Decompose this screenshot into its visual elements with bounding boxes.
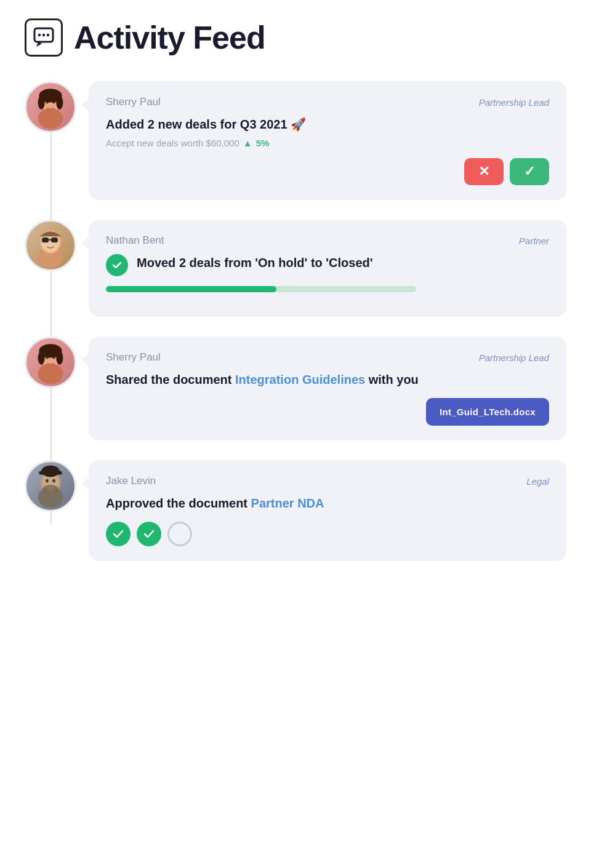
card-body-4: Approved the document Partner NDA <box>106 495 549 512</box>
avatar-face-nathan <box>26 221 74 269</box>
svg-point-10 <box>38 95 45 109</box>
approval-dot-2 <box>137 522 161 546</box>
avatar-nathan <box>25 220 76 271</box>
activity-feed: Sherry Paul Partnership Lead Added 2 new… <box>25 81 566 561</box>
avatar-jake <box>25 460 76 512</box>
dot-check-icon-2 <box>142 527 156 541</box>
svg-rect-15 <box>42 237 49 242</box>
card-header-1: Sherry Paul Partnership Lead <box>106 96 549 108</box>
card-header-2: Nathan Bent Partner <box>106 234 549 247</box>
chat-icon <box>33 27 54 48</box>
card-action-3: Shared the document Integration Guidelin… <box>106 371 549 388</box>
sub-text-1: Accept new deals worth $60,000 <box>106 138 239 148</box>
check-badge-2 <box>106 254 128 276</box>
card-role-1: Partnership Lead <box>479 97 549 108</box>
card-action-4: Approved the document Partner NDA <box>106 495 549 512</box>
svg-point-31 <box>42 485 58 494</box>
page-header: Activity Feed <box>25 18 566 57</box>
accept-button-1[interactable]: ✓ <box>510 158 549 185</box>
card-user-name-1: Sherry Paul <box>106 96 161 108</box>
card-role-2: Partner <box>519 236 549 246</box>
accept-icon-1: ✓ <box>524 165 535 178</box>
svg-point-11 <box>56 95 63 109</box>
svg-point-3 <box>47 34 49 36</box>
approval-dot-3 <box>167 522 192 546</box>
card-role-3: Partnership Lead <box>479 352 549 363</box>
card-user-name-2: Nathan Bent <box>106 234 164 247</box>
card-nathan: Nathan Bent Partner Moved 2 deals from '… <box>89 220 566 317</box>
action-prefix-3: Shared the document <box>106 373 235 386</box>
card-action-1: Added 2 new deals for Q3 2021 🚀 <box>106 116 549 133</box>
card-header-4: Jake Levin Legal <box>106 475 549 487</box>
progress-bar-fill-2 <box>106 286 276 292</box>
action-suffix-3: with you <box>365 373 419 386</box>
svg-point-1 <box>38 34 41 36</box>
svg-point-33 <box>41 466 60 477</box>
approval-dots-4 <box>106 522 549 546</box>
svg-point-8 <box>38 108 63 129</box>
avatar-face-sherry2 <box>26 338 74 386</box>
action-prefix-4: Approved the document <box>106 496 251 510</box>
avatar-sherry-2 <box>25 336 76 388</box>
action-buttons-1: ✕ ✓ <box>106 158 549 185</box>
feed-item-1: Sherry Paul Partnership Lead Added 2 new… <box>25 81 566 200</box>
page-title: Activity Feed <box>74 19 265 56</box>
check-icon-2 <box>111 259 123 271</box>
svg-rect-16 <box>51 237 58 242</box>
card-user-name-3: Sherry Paul <box>106 351 161 364</box>
card-body-3: Shared the document Integration Guidelin… <box>106 371 549 388</box>
card-sherry-1: Sherry Paul Partnership Lead Added 2 new… <box>89 81 566 200</box>
feed-item-4: Jake Levin Legal Approved the document P… <box>25 460 566 561</box>
action-with-icon-2: Moved 2 deals from 'On hold' to 'Closed' <box>106 254 549 276</box>
reject-button-1[interactable]: ✕ <box>464 158 504 185</box>
avatar-face-jake <box>26 462 74 510</box>
feed-item-2: Nathan Bent Partner Moved 2 deals from '… <box>25 220 566 317</box>
percent-1: 5% <box>256 138 270 148</box>
card-user-name-4: Jake Levin <box>106 475 156 487</box>
svg-point-25 <box>56 351 63 364</box>
svg-point-30 <box>52 479 55 483</box>
doc-download-button-3[interactable]: Int_Guid_LTech.docx <box>426 398 549 426</box>
avatar-face-sherry1 <box>26 83 74 131</box>
avatar-sherry-1 <box>25 81 76 133</box>
card-body-2: Moved 2 deals from 'On hold' to 'Closed' <box>106 254 549 292</box>
svg-point-24 <box>38 351 45 364</box>
reject-icon-1: ✕ <box>478 165 489 178</box>
doc-button-3: Int_Guid_LTech.docx <box>106 398 549 426</box>
card-jake: Jake Levin Legal Approved the document P… <box>89 460 566 561</box>
card-sub-1: Accept new deals worth $60,000 ▲ 5% <box>106 138 549 148</box>
svg-point-29 <box>46 479 49 483</box>
card-role-4: Legal <box>526 476 549 487</box>
svg-point-22 <box>38 364 63 384</box>
svg-point-2 <box>42 34 45 36</box>
approval-dot-1 <box>106 522 131 546</box>
up-arrow-1: ▲ <box>243 138 252 148</box>
card-body-1: Added 2 new deals for Q3 2021 🚀 Accept n… <box>106 116 549 148</box>
feed-item-3: Sherry Paul Partnership Lead Shared the … <box>25 336 566 440</box>
card-sherry-2: Sherry Paul Partnership Lead Shared the … <box>89 336 566 440</box>
action-link-4: Partner NDA <box>251 496 324 510</box>
card-header-3: Sherry Paul Partnership Lead <box>106 351 549 364</box>
dot-check-icon-1 <box>111 527 125 541</box>
progress-bar-container-2 <box>106 286 416 292</box>
card-action-2: Moved 2 deals from 'On hold' to 'Closed' <box>137 254 373 271</box>
action-link-3: Integration Guidelines <box>235 373 365 386</box>
activity-feed-icon <box>25 18 63 57</box>
